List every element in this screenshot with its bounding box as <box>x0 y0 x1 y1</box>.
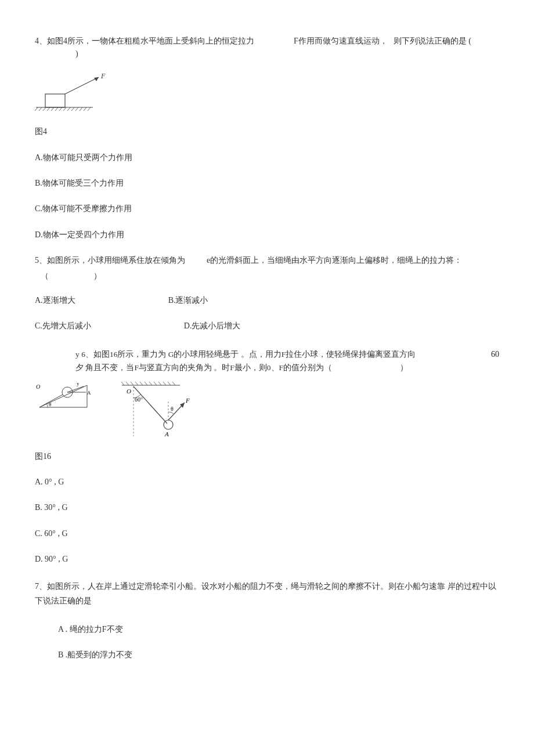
svg-text:F: F <box>100 73 106 80</box>
q5-option-d: D.先减小后增大 <box>184 320 241 332</box>
q5-incline-figure: O θ y A <box>35 378 93 413</box>
svg-line-35 <box>149 382 152 385</box>
q6-option-a: A. 0° , G <box>35 476 499 489</box>
q6-figure: O 60° A F θ <box>110 378 203 442</box>
svg-line-1 <box>35 107 38 111</box>
q6-option-c: C. 60° , G <box>35 527 499 540</box>
q5-option-b: B.逐渐减小 <box>168 294 208 307</box>
svg-text:O: O <box>36 384 40 390</box>
q7-option-a: A . 绳的拉力F不变 <box>58 623 499 636</box>
svg-line-8 <box>63 107 66 111</box>
svg-rect-15 <box>45 94 65 107</box>
svg-line-30 <box>126 382 129 385</box>
q5-paren-r: ） <box>93 272 102 280</box>
svg-line-38 <box>163 382 166 385</box>
svg-point-45 <box>164 420 173 429</box>
q4-stem-part1: 4、如图4所示，一物体在粗糙水平地面上受斜向上的恒定拉力 <box>35 35 254 48</box>
svg-line-11 <box>75 107 78 111</box>
q6-stem: y 6、如图16所示，重力为 G的小球用轻绳悬于 。点，用力F拉住小球，使轻绳保… <box>75 348 499 375</box>
svg-line-39 <box>168 382 171 385</box>
svg-text:A: A <box>164 431 169 437</box>
q4-option-a: A.物体可能只受两个力作用 <box>35 151 499 164</box>
q4-stem: 4、如图4所示，一物体在粗糙水平地面上受斜向上的恒定拉力 F作用而做匀速直线运动… <box>35 35 499 61</box>
svg-text:O: O <box>127 388 131 395</box>
q5-row1: A.逐渐增大 B.逐渐减小 <box>35 294 499 307</box>
svg-line-36 <box>154 382 157 385</box>
q5-paren-l: （ <box>41 272 49 280</box>
q5-option-c: C.先增大后减小 <box>35 320 91 332</box>
q4-stem-part3: 则下列说法正确的是 ( <box>394 35 471 48</box>
q7-option-b: B .船受到的浮力不变 <box>58 649 499 661</box>
q6-figures: O θ y A O 60° A F θ <box>35 378 499 442</box>
svg-line-4 <box>47 107 50 111</box>
svg-line-5 <box>51 107 54 111</box>
q4-option-b: B.物体可能受三个力作用 <box>35 177 499 190</box>
svg-line-40 <box>172 382 175 385</box>
svg-line-7 <box>59 107 62 111</box>
q5-option-a: A.逐渐增大 <box>35 294 75 307</box>
q4-stem-part4: ) <box>75 48 78 60</box>
q7-stem: 7、如图所示，人在岸上通过定滑轮牵引小船。设水对小船的阻力不变，绳与滑轮之间的摩… <box>35 579 499 608</box>
svg-line-13 <box>84 107 86 111</box>
q6-right-num: 60 <box>491 348 499 361</box>
svg-line-14 <box>88 107 91 111</box>
q5-stem: 5、如图所示，小球用细绳系住放在倾角为 e的光滑斜面上，当细绳由水平方向逐渐向上… <box>35 254 499 283</box>
svg-line-6 <box>55 107 58 111</box>
svg-line-34 <box>145 382 147 385</box>
q5-stem-part1: 5、如图所示，小球用细绳系住放在倾角为 <box>35 256 185 265</box>
q4-figure-label: 图4 <box>35 125 499 138</box>
svg-line-3 <box>43 107 46 111</box>
q6-paren-r: ） <box>400 363 408 372</box>
svg-line-43 <box>134 386 167 424</box>
svg-line-2 <box>39 107 42 111</box>
svg-line-9 <box>67 107 70 111</box>
svg-line-31 <box>131 382 134 385</box>
svg-line-29 <box>121 382 124 385</box>
q4-option-c: C.物体可能不受摩擦力作用 <box>35 202 499 215</box>
svg-text:A: A <box>87 390 91 396</box>
svg-line-12 <box>80 107 82 111</box>
q6-stem-line2: 夕 角且不变，当F与竖直方向的夹角为 。时F最小，则0、F的值分别为（ <box>75 363 332 372</box>
q5-stem-part2: e的光滑斜面上，当细绳由水平方向逐渐向上偏移时，细绳上的拉力将： <box>207 256 462 265</box>
q6-option-b: B. 30° , G <box>35 501 499 514</box>
svg-text:60°: 60° <box>135 396 143 403</box>
q6-option-d: D. 90° , G <box>35 553 499 566</box>
q4-option-d: D.物体一定受四个力作用 <box>35 229 499 241</box>
q6-options: A. 0° , G B. 30° , G C. 60° , G D. 90° ,… <box>35 476 499 566</box>
svg-text:θ: θ <box>49 401 51 407</box>
svg-line-16 <box>65 77 99 94</box>
q4-figure: F <box>35 73 499 117</box>
q5-row2: C.先增大后减小 D.先减小后增大 <box>35 320 499 332</box>
q4-stem-part2: F作用而做匀速直线运动， <box>294 35 388 48</box>
svg-line-32 <box>135 382 138 385</box>
svg-line-33 <box>140 382 143 385</box>
svg-text:θ: θ <box>171 406 174 412</box>
q6-figure-label: 图16 <box>35 450 499 463</box>
svg-text:y: y <box>77 381 80 386</box>
svg-line-37 <box>158 382 161 385</box>
q6-stem-line1: y 6、如图16所示，重力为 G的小球用轻绳悬于 。点，用力F拉住小球，使轻绳保… <box>75 348 468 361</box>
svg-line-10 <box>71 107 74 111</box>
svg-text:F: F <box>185 397 190 404</box>
